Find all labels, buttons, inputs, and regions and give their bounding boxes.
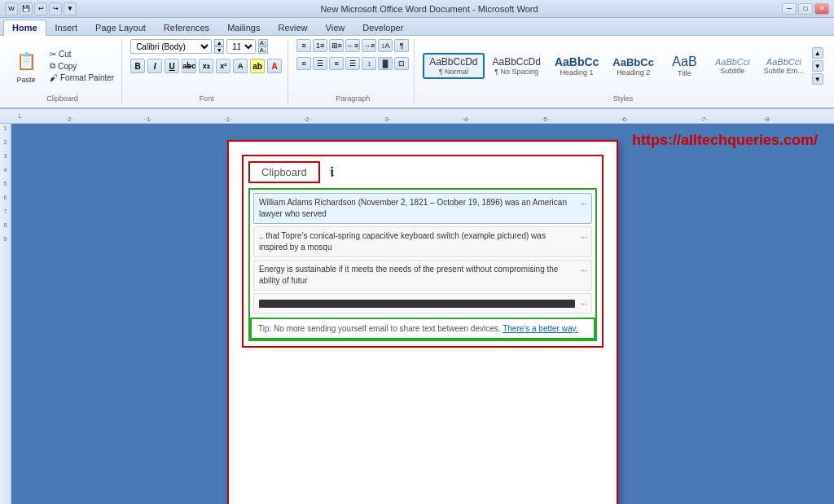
style-subtle-em[interactable]: AaBbCci Subtle Em... [758,55,810,77]
grow-font-button[interactable]: A↑ [258,39,268,46]
clipboard-item-2-dots: ··· [580,230,586,243]
border-button[interactable]: ⊡ [394,57,409,70]
multilevel-list-button[interactable]: ⊞≡ [329,39,344,52]
quick-save-icon[interactable]: 💾 [20,2,33,15]
ruler-scale: ·2· ·1· ·1· ·2· ·3· ·4· ·5· ·6· ·7· ·8· [26,109,819,123]
clipboard-item-1[interactable]: William Adams Richardson (November 2, 18… [253,193,592,224]
ruler-mark-4: ·2· [304,116,311,123]
format-painter-button[interactable]: 🖌 Format Painter [47,72,116,83]
document-page[interactable]: Clipboard 𝖎 William Adams Richardson (No… [227,140,618,504]
font-size-grow-shrink: A↑ A↓ [258,39,268,54]
window-controls: ─ □ ✕ [782,3,829,15]
ruler-mark-6: ·4· [463,116,470,123]
highlight-button[interactable]: ab [250,59,265,73]
style-subtitle[interactable]: AaBbCci Subtitle [709,55,756,77]
font-family-select[interactable]: Calibri (Body) [130,39,212,54]
styles-scroll-down[interactable]: ▼ [812,60,823,72]
close-button[interactable]: ✕ [814,3,829,15]
paste-icon: 📋 [13,48,39,74]
italic-button[interactable]: I [147,59,162,73]
font-size-increase[interactable]: ▲ [214,39,224,46]
subscript-button[interactable]: x₂ [199,59,213,73]
ruler-mark-8: ·6· [621,116,629,123]
tab-insert[interactable]: Insert [46,20,87,35]
align-right-button[interactable]: ≡ [329,57,344,70]
copy-button[interactable]: ⧉ Copy [47,60,116,72]
clipboard-item-4[interactable]: ··· [253,293,592,313]
ruler-mark-2: ·1· [145,116,152,123]
clipboard-item-3-dots: ··· [580,264,586,276]
style-heading2[interactable]: AaBbCc Heading 2 [607,54,660,79]
align-center-button[interactable]: ☰ [313,57,327,70]
numbering-button[interactable]: 1≡ [313,39,327,52]
title-bar: W 💾 ↩ ↪ ▼ New Microsoft Office Word Docu… [0,0,834,18]
clipboard-item-3[interactable]: Energy is sustainable if it meets the ne… [253,260,592,291]
maximize-button[interactable]: □ [798,3,813,15]
clipboard-item-1-text: William Adams Richardson (November 2, 18… [259,197,575,220]
tab-view[interactable]: View [317,20,354,35]
style-normal[interactable]: AaBbCcDd ¶ Normal [423,53,484,79]
horizontal-ruler: L ·2· ·1· ·1· ·2· ·3· ·4· ·5· ·6· ·7· ·8… [0,109,834,124]
tab-home[interactable]: Home [3,20,46,36]
show-formatting-button[interactable]: ¶ [394,39,409,52]
clipboard-group-label: Clipboard [8,93,116,104]
strikethrough-button[interactable]: ab̶c [182,59,196,73]
style-no-spacing[interactable]: AaBbCcDd ¶ No Spacing [487,54,546,78]
paste-button[interactable]: 📋 Paste [8,45,44,87]
paragraph-group-content: ≡ 1≡ ⊞≡ ←≡ →≡ ↕A ¶ ≡ ☰ ≡ ☰ ↕ ▓ ⊡ [296,39,409,93]
ribbon-group-clipboard: 📋 Paste ✂ Cut ⧉ Copy 🖌 Format Painter Cl… [3,39,122,104]
font-size-decrease[interactable]: ▼ [214,46,224,54]
font-row2: B I U ab̶c x₂ x² A ab A [130,59,282,73]
font-color-button[interactable]: A [267,59,282,73]
tab-mailings[interactable]: Mailings [218,20,269,35]
styles-scroll-up[interactable]: ▲ [812,47,823,59]
style-title[interactable]: AaB Title [662,52,707,80]
bold-button[interactable]: B [130,59,145,73]
increase-indent-button[interactable]: →≡ [362,39,376,52]
styles-more[interactable]: ▼ [812,73,823,85]
undo-icon[interactable]: ↩ [34,2,47,15]
ruler-mark-7: ·5· [542,116,549,123]
clipboard-item-1-dots: ··· [580,197,586,209]
vertical-ruler: 1 2 3 4 5 6 7 8 9 [0,124,11,504]
ribbon-group-styles: AaBbCcDd ¶ Normal AaBbCcDd ¶ No Spacing … [418,39,828,104]
clear-format-button[interactable]: A [233,59,248,73]
title-bar-icons: W 💾 ↩ ↪ ▼ [5,2,77,15]
sort-button[interactable]: ↕A [378,39,393,52]
underline-button[interactable]: U [165,59,179,73]
quick-access-icon[interactable]: ▼ [64,2,77,15]
styles-scroll-controls: ▲ ▼ ▼ [812,47,823,85]
document-area: https://alltechqueries.com/ Clipboard 𝖎 … [11,124,834,504]
clipboard-tip: Tip: No more sending yourself email to s… [250,318,595,340]
redo-icon[interactable]: ↪ [49,2,62,15]
clipboard-items-list: William Adams Richardson (November 2, 18… [248,188,597,341]
cut-button[interactable]: ✂ Cut [47,49,116,59]
justify-button[interactable]: ☰ [345,57,360,70]
shrink-font-button[interactable]: A↓ [258,46,268,54]
clipboard-tip-link[interactable]: There's a better way. [503,324,577,333]
watermark-url: https://alltechqueries.com/ [632,132,818,149]
tab-developer[interactable]: Developer [353,20,412,35]
shading-button[interactable]: ▓ [378,57,393,70]
minimize-button[interactable]: ─ [782,3,797,15]
clipboard-item-3-text: Energy is sustainable if it meets the ne… [259,264,575,287]
clipboard-tip-text: Tip: No more sending yourself email to s… [258,324,501,333]
tab-page-layout[interactable]: Page Layout [86,20,155,35]
ruler-mark-1: ·2· [66,116,73,123]
font-size-select[interactable]: 11 [226,39,256,54]
clipboard-item-4-blackbar [259,300,575,308]
superscript-button[interactable]: x² [216,59,230,73]
style-heading1[interactable]: AaBbCc Heading 1 [549,53,604,79]
ribbon-tabs: Home Insert Page Layout References Maili… [0,18,834,36]
ruler-corner: L [15,112,26,120]
decrease-indent-button[interactable]: ←≡ [345,39,360,52]
clipboard-item-2[interactable]: .. that Topre's conical-spring capacitiv… [253,226,592,257]
align-left-button[interactable]: ≡ [296,57,311,70]
tab-references[interactable]: References [155,20,218,35]
bullets-button[interactable]: ≡ [296,39,311,52]
main-content: 1 2 3 4 5 6 7 8 9 https://alltechqueries… [0,124,834,504]
line-spacing-button[interactable]: ↕ [362,57,376,70]
tab-review[interactable]: Review [269,20,316,35]
clipboard-header-row: Clipboard 𝖎 [248,161,597,183]
ribbon-group-paragraph: ≡ 1≡ ⊞≡ ←≡ →≡ ↕A ¶ ≡ ☰ ≡ ☰ ↕ ▓ ⊡ Paragra… [292,39,415,104]
